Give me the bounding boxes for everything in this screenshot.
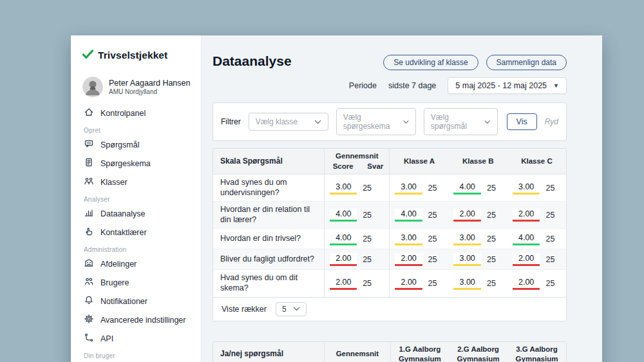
- answers-cell: 25: [361, 174, 390, 201]
- class-filter-select[interactable]: Vælg klasse: [249, 113, 328, 131]
- score-cell: 4.00: [507, 229, 545, 249]
- answers-count: 25: [428, 184, 437, 193]
- sidebar-item-notifikationer[interactable]: Notifikationer: [82, 292, 191, 310]
- answers-count: 25: [363, 184, 372, 193]
- score-cell: 3.00: [390, 229, 427, 249]
- table-row: Bliver du fagligt udfordret? 2.00 25 2.0…: [213, 249, 566, 270]
- answers-count: 25: [363, 279, 372, 288]
- rows-per-page-label: Viste rækker: [222, 305, 267, 314]
- answers-cell: 25: [427, 249, 449, 270]
- answers-cell: 25: [427, 174, 449, 201]
- answers-count: 25: [363, 234, 372, 243]
- period-bar: Periode sidste 7 dage 5 maj 2025 - 12 ma…: [213, 77, 567, 94]
- rows-per-page-select[interactable]: 5: [276, 302, 307, 316]
- sidebar-item-brugere[interactable]: Brugere: [82, 273, 191, 292]
- rows-per-page-value: 5: [282, 305, 287, 314]
- sidebar-item-label: Avancerede indstillinger: [100, 316, 186, 325]
- answers-cell: 25: [361, 270, 390, 297]
- sidebar-item-dataanalyse[interactable]: Dataanalyse: [82, 204, 191, 223]
- sidebar-item-avancerede-indstillinger[interactable]: Avancerede indstillinger: [82, 310, 191, 329]
- question-cell: Bliver du fagligt udfordret?: [213, 249, 325, 270]
- app-window: Trivselstjekket Peter Aagaard Hansen AMU…: [71, 35, 602, 362]
- chat-bubble-icon: [84, 138, 94, 151]
- sidebar-item-klasser[interactable]: Klasser: [82, 173, 191, 191]
- period-preset[interactable]: sidste 7 dage: [388, 81, 436, 90]
- answers-count: 25: [428, 255, 437, 264]
- score-cell: 2.00: [325, 270, 362, 297]
- answers-cell: 25: [427, 202, 449, 229]
- answers-count: 25: [428, 279, 437, 288]
- score-cell: 2.00: [448, 202, 486, 229]
- score-cell: 3.00: [507, 174, 545, 201]
- score-chip: 3.00: [330, 182, 357, 195]
- survey-filter-select[interactable]: Vælg spørgeskema: [336, 108, 416, 135]
- apply-filters-button[interactable]: Vis: [507, 113, 537, 130]
- bar-chart-icon: [84, 207, 94, 220]
- main-content: Dataanalyse Se udvikling af klasse Samme…: [202, 35, 602, 362]
- question-cell: Hvordan er din relation til din lærer?: [213, 202, 325, 229]
- class-development-button[interactable]: Se udvikling af klasse: [383, 55, 478, 70]
- select-placeholder: Vælg spørgeskema: [343, 113, 398, 131]
- score-chip: 2.00: [395, 253, 422, 266]
- date-range-select[interactable]: 5 maj 2025 - 12 maj 2025 ▼: [448, 77, 567, 94]
- answers-count: 25: [487, 211, 496, 220]
- sidebar-item-label: Klasser: [100, 178, 128, 187]
- bell-icon: [84, 295, 94, 307]
- section-label-analyser: Analyser: [84, 196, 191, 203]
- sidebar-item-label: Spørgsmål: [100, 140, 139, 149]
- column-header-average: Gennemsnit: [325, 342, 390, 362]
- date-range-value: 5 maj 2025 - 12 maj 2025: [455, 81, 547, 90]
- sidebar-item-sporgsmal[interactable]: Spørgsmål: [82, 135, 191, 154]
- select-placeholder: Vælg klasse: [256, 117, 298, 126]
- score-chip: 2.00: [453, 209, 480, 222]
- chevron-down-icon: [293, 307, 300, 311]
- answers-count: 25: [487, 255, 496, 264]
- column-header-3g: 3.G Aalborg Gymnasium: [507, 342, 566, 362]
- sidebar-item-sporgeskema[interactable]: Spørgeskema: [82, 154, 191, 173]
- sidebar-item-label: Spørgeskema: [100, 159, 151, 168]
- score-chip: 3.00: [453, 277, 480, 290]
- answers-count: 25: [546, 255, 555, 264]
- score-cell: 2.00: [390, 270, 427, 297]
- answers-count: 25: [487, 184, 496, 193]
- sidebar-item-afdelinger[interactable]: Afdelinger: [82, 254, 191, 273]
- table-row: Hvad synes du om undervisningen? 3.00 25…: [213, 174, 566, 201]
- answers-count: 25: [428, 234, 437, 243]
- score-cell: 2.00: [325, 249, 362, 270]
- select-placeholder: Vælg spørgsmål: [431, 113, 479, 131]
- sidebar-item-kontaktlaerer[interactable]: Kontaktlærer: [82, 223, 191, 242]
- score-chip: 2.00: [513, 209, 540, 222]
- table-row: Hvad synes du om dit skema? 2.00 25 2.00…: [213, 270, 566, 297]
- compare-data-button[interactable]: Sammenlign data: [486, 55, 567, 70]
- period-label: Periode: [349, 81, 377, 90]
- score-chip: 2.00: [330, 277, 357, 290]
- sidebar-item-kontrolpanel[interactable]: Kontrolpanel: [82, 104, 191, 122]
- answers-cell: 25: [361, 202, 390, 229]
- sidebar-item-label: Dataanalyse: [100, 209, 146, 218]
- answers-count: 25: [487, 279, 496, 288]
- chevron-down-icon: [314, 120, 321, 124]
- column-header-1g: 1.G Aalborg Gymnasium: [390, 342, 449, 362]
- score-chip: 2.00: [513, 277, 540, 290]
- clear-filters-link[interactable]: Ryd: [545, 117, 558, 126]
- answers-cell: 25: [361, 249, 390, 270]
- sidebar-item-api[interactable]: API: [82, 329, 191, 348]
- answers-cell: 25: [486, 202, 507, 229]
- user-organization: AMU Nordjylland: [109, 88, 190, 95]
- score-chip: 3.00: [513, 182, 540, 195]
- column-header-class-a: Klasse A: [390, 149, 449, 174]
- score-cell: 3.00: [448, 270, 486, 297]
- table-pagination: Viste rækker 5: [213, 297, 566, 321]
- answers-count: 25: [546, 234, 555, 243]
- column-header-class-b: Klasse B: [448, 149, 507, 174]
- question-cell: Hvad synes du om dit skema?: [213, 270, 325, 297]
- score-chip: 4.00: [453, 182, 480, 195]
- sidebar-item-label: Kontaktlærer: [100, 228, 147, 237]
- question-cell: Hvordan er din trivsel?: [213, 229, 325, 249]
- subheader-svar: Svar: [361, 162, 390, 174]
- people-group-icon: [84, 176, 94, 188]
- hand-pointer-icon: [84, 226, 94, 238]
- question-filter-select[interactable]: Vælg spørgsmål: [424, 108, 498, 135]
- score-cell: 4.00: [448, 174, 486, 201]
- brand: Trivselstjekket: [82, 48, 191, 62]
